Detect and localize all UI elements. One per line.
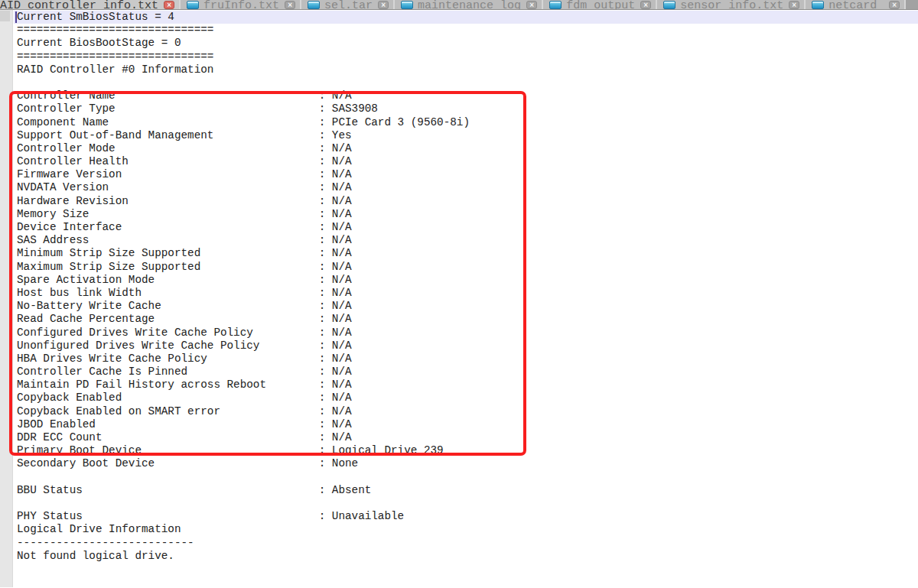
tab-label: sensor_info.txt [680,2,783,10]
editor-line[interactable]: Copyback Enabled on SMART error : N/A [14,405,918,418]
tab-bar: RAID_controller_info.txt×fruInfo.txt×sel… [0,0,918,10]
editor-line[interactable]: Spare Activation Mode : N/A [14,274,918,287]
editor-line[interactable]: Not found logical drive. [14,550,918,563]
tab-sel-tar[interactable]: sel.tar× [301,0,395,10]
editor-line[interactable]: Current SmBiosStatus = 4 [14,11,918,24]
editor-line[interactable]: Minimum Strip Size Supported : N/A [14,247,918,260]
editor-line[interactable]: ============================== [14,50,918,63]
editor-line[interactable]: HBA Drives Write Cache Policy : N/A [14,352,918,365]
tab-label: netcard_ [828,2,884,10]
tab-netcard[interactable]: netcard_× [806,0,906,10]
tab-fruinfo-txt[interactable]: fruInfo.txt× [181,0,301,10]
editor-line[interactable]: DDR ECC Count : N/A [14,431,918,444]
close-icon[interactable]: × [889,1,900,9]
editor-line[interactable]: Unonfigured Drives Write Cache Policy : … [14,339,918,352]
editor-line[interactable]: Support Out-of-Band Management : Yes [14,129,918,142]
tab-fdm-output[interactable]: fdm_output× [543,0,657,10]
text-caret [15,11,17,23]
editor-line[interactable]: NVDATA Version : N/A [14,181,918,194]
editor[interactable]: Current SmBiosStatus = 4================… [0,10,918,587]
close-icon[interactable]: × [164,1,174,9]
file-icon [812,1,824,9]
editor-line[interactable]: --------------------------- [14,537,918,550]
editor-line[interactable]: Primary Boot Device : Logical Drive 239 [14,444,918,457]
file-icon [187,1,199,9]
editor-line[interactable]: Firmware Version : N/A [14,168,918,181]
editor-line[interactable]: BBU Status : Absent [14,484,918,497]
editor-line[interactable] [14,76,918,89]
tab-label: RAID_controller_info.txt [0,2,158,10]
tab-label: fdm_output [566,2,635,10]
editor-line[interactable]: No-Battery Write Cache : N/A [14,300,918,313]
close-icon[interactable]: × [526,1,537,9]
file-icon [663,1,675,9]
editor-lines: Current SmBiosStatus = 4================… [14,10,918,563]
gutter-marker [0,11,10,21]
file-icon [549,1,562,9]
editor-line[interactable]: Maximum Strip Size Supported : N/A [14,261,918,274]
editor-line[interactable]: Hardware Revision : N/A [14,195,918,208]
editor-line[interactable]: Controller Health : N/A [14,155,918,168]
tab-maintenance-log[interactable]: maintenance_log× [395,0,543,10]
tab-label: sel.tar [324,2,373,10]
editor-line[interactable]: Current BiosBootStage = 0 [14,37,918,50]
editor-line[interactable]: Controller Cache Is Pinned : N/A [14,365,918,378]
editor-line[interactable]: ============================== [14,24,918,37]
tab-label: fruInfo.txt [203,2,279,10]
editor-line[interactable]: PHY Status : Unavailable [14,510,918,523]
editor-line[interactable]: Configured Drives Write Cache Policy : N… [14,326,918,339]
editor-line[interactable]: JBOD Enabled : N/A [14,418,918,431]
editor-line[interactable]: Controller Name : N/A [14,89,918,102]
editor-line[interactable]: Host bus link Width : N/A [14,287,918,300]
editor-line[interactable]: Controller Mode : N/A [14,142,918,155]
editor-line[interactable]: Read Cache Percentage : N/A [14,313,918,326]
editor-line[interactable]: Copyback Enabled : N/A [14,391,918,404]
editor-line[interactable]: Device Interface : N/A [14,221,918,234]
editor-line[interactable]: Maintain PD Fail History across Reboot :… [14,378,918,391]
editor-line[interactable]: SAS Address : N/A [14,234,918,247]
tab-label: maintenance_log [418,2,521,10]
editor-line[interactable]: Memory Size : N/A [14,208,918,221]
editor-line[interactable] [14,471,918,484]
file-icon [401,1,413,9]
tab-sensor-info-txt[interactable]: sensor_info.txt× [657,0,806,10]
editor-line[interactable]: RAID Controller #0 Information [14,63,918,76]
editor-line[interactable]: Component Name : PCIe Card 3 (9560-8i) [14,116,918,129]
file-icon [308,1,320,9]
close-icon[interactable]: × [285,1,295,9]
tab-raid-controller-info-txt[interactable]: RAID_controller_info.txt× [0,0,181,10]
editor-line[interactable]: Logical Drive Information [14,523,918,536]
close-icon[interactable]: × [640,1,651,9]
editor-line[interactable] [14,497,918,510]
close-icon[interactable]: × [789,1,799,9]
editor-gutter [0,10,13,587]
editor-line[interactable]: Secondary Boot Device : None [14,457,918,470]
tab-strip: RAID_controller_info.txt×fruInfo.txt×sel… [0,0,918,10]
close-icon[interactable]: × [378,1,389,9]
editor-line[interactable]: Controller Type : SAS3908 [14,102,918,115]
